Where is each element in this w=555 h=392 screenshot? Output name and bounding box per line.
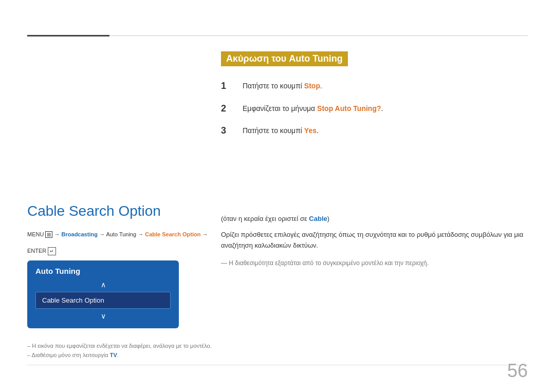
menu-path: MENU ⊞ → Broadcasting → Auto Tuning → Ca… bbox=[27, 230, 217, 240]
page-number: 56 bbox=[507, 360, 528, 382]
tv-menu-arrow-up: ∧ bbox=[35, 281, 171, 289]
step-3-number: 3 bbox=[221, 125, 236, 137]
menu-path-broadcasting: Broadcasting bbox=[62, 231, 98, 237]
tv-menu-box: Auto Tuning ∧ Cable Search Option ∨ bbox=[27, 260, 179, 328]
enter-label: ENTER ↵ bbox=[27, 247, 217, 255]
footnote-tv-link: TV bbox=[110, 352, 117, 358]
left-content-area: Cable Search Option MENU ⊞ → Broadcastin… bbox=[27, 203, 217, 328]
cable-link: Cable bbox=[309, 215, 327, 222]
step-3-highlight: Yes bbox=[304, 126, 317, 135]
step-3: 3 Πατήστε το κουμπί Yes. bbox=[221, 125, 528, 137]
top-line-dark bbox=[27, 35, 109, 36]
step-2-highlight: Stop Auto Tuning? bbox=[317, 104, 381, 113]
step-2: 2 Εμφανίζεται το μήνυμα Stop Auto Tuning… bbox=[221, 103, 528, 115]
enter-icon: ↵ bbox=[48, 247, 56, 255]
right-bottom-content: (όταν η κεραία έχει οριστεί σε Cable) Ορ… bbox=[221, 215, 528, 268]
top-decorative-lines bbox=[27, 35, 528, 36]
step-1: 1 Πατήστε το κουμπί Stop. bbox=[221, 81, 528, 92]
menu-path-cable: Cable Search Option bbox=[145, 231, 200, 237]
steps-list: 1 Πατήστε το κουμπί Stop. 2 Εμφανίζεται … bbox=[221, 81, 528, 137]
top-line-light bbox=[109, 35, 528, 36]
tv-menu-header: Auto Tuning bbox=[35, 267, 171, 275]
menu-path-autotuning: Auto Tuning bbox=[106, 231, 136, 237]
step-1-number: 1 bbox=[221, 81, 236, 92]
description-text: Ορίζει πρόσθετες επιλογές αναζήτησης όπω… bbox=[221, 230, 528, 251]
tv-menu-arrow-down: ∨ bbox=[35, 312, 171, 320]
step-2-number: 2 bbox=[221, 103, 236, 115]
cable-note: (όταν η κεραία έχει οριστεί σε Cable) bbox=[221, 215, 528, 222]
bottom-footnotes: Η εικόνα που εμφανίζεται ενδέχεται να δι… bbox=[27, 343, 528, 361]
tv-menu-selected-item: Cable Search Option bbox=[35, 292, 171, 309]
section-title: Ακύρωση του Auto Tuning bbox=[221, 51, 348, 66]
step-2-text: Εμφανίζεται το μήνυμα Stop Auto Tuning?. bbox=[243, 103, 383, 114]
footnote-2: Διαθέσιμο μόνο στη λειτουργία TV. bbox=[27, 352, 528, 358]
availability-note: Η διαθεσιμότητα εξαρτάται από το συγκεκρ… bbox=[221, 258, 528, 268]
right-content-area: Ακύρωση του Auto Tuning 1 Πατήστε το κου… bbox=[221, 51, 528, 148]
step-3-text: Πατήστε το κουμπί Yes. bbox=[243, 125, 319, 136]
step-1-highlight: Stop bbox=[304, 82, 320, 90]
step-1-text: Πατήστε το κουμπί Stop. bbox=[243, 81, 322, 91]
footnote-1: Η εικόνα που εμφανίζεται ενδέχεται να δι… bbox=[27, 343, 528, 349]
page-section-title: Cable Search Option bbox=[27, 203, 217, 219]
bottom-line bbox=[27, 365, 528, 365]
